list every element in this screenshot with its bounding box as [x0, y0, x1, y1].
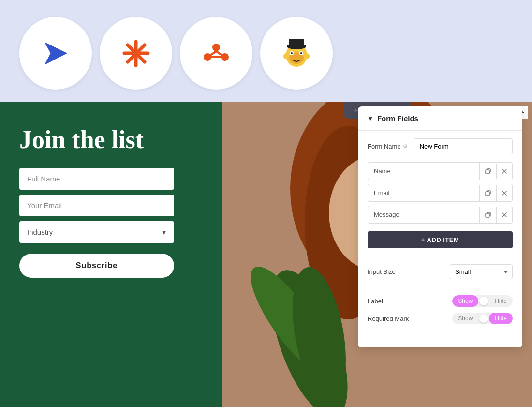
form-name-row: Form Name ⚙ — [368, 138, 513, 154]
field-actions-email — [479, 185, 512, 201]
top-section — [0, 0, 532, 102]
close-field-icon — [502, 168, 507, 174]
svg-rect-37 — [486, 213, 489, 217]
svg-point-20 — [283, 53, 288, 59]
svg-rect-34 — [486, 192, 489, 196]
required-mark-label: Required Mark — [368, 315, 409, 322]
required-toggle-dot — [479, 314, 488, 323]
label-toggle-dot — [479, 297, 488, 305]
image-panel: + ⠿ × ✏ ▼ Form Fields — [222, 102, 532, 407]
svg-rect-31 — [486, 170, 489, 174]
join-heading: Join the list — [19, 126, 203, 153]
copy-icon-email — [485, 190, 491, 196]
bottom-section: Join the list Industry Technology Health… — [0, 102, 532, 407]
green-panel: Join the list Industry Technology Health… — [0, 102, 222, 407]
svg-point-21 — [305, 53, 310, 59]
field-label-name: Name — [368, 163, 479, 180]
duplicate-email-button[interactable] — [479, 185, 496, 201]
label-hide-option: Hide — [489, 295, 513, 307]
panel-divider-2 — [368, 287, 513, 287]
label-toggle[interactable]: Show Hide — [452, 295, 513, 307]
label-show-option: Show — [452, 295, 478, 307]
field-actions-message — [479, 207, 512, 223]
field-actions-name — [479, 163, 512, 180]
input-size-label: Input Size — [368, 268, 396, 275]
input-size-row: Input Size Small Medium Large — [368, 264, 513, 279]
svg-rect-19 — [289, 39, 304, 47]
field-row-name: Name — [368, 162, 513, 180]
close-email-icon — [502, 190, 507, 196]
svg-point-16 — [291, 52, 293, 54]
field-row-message: Message — [368, 206, 513, 224]
industry-select-wrapper: Industry Technology Healthcare Finance E… — [19, 221, 174, 243]
svg-point-5 — [133, 50, 139, 57]
label-setting-label: Label — [368, 298, 383, 305]
industry-select[interactable]: Industry Technology Healthcare Finance E… — [19, 221, 174, 243]
field-label-email: Email — [368, 184, 479, 201]
remove-name-button[interactable] — [496, 164, 512, 179]
label-toggle-row: Label Show Hide — [368, 295, 513, 307]
panel-header: ▼ Form Fields — [358, 106, 522, 131]
asterisk-logo — [100, 17, 172, 90]
svg-point-17 — [300, 52, 302, 54]
collapse-triangle-icon[interactable]: ▼ — [368, 115, 373, 122]
pointer-logo — [19, 17, 92, 90]
remove-email-button[interactable] — [496, 185, 512, 201]
full-name-input[interactable] — [19, 168, 174, 190]
panel-divider — [368, 256, 513, 256]
panel-title: Form Fields — [377, 114, 418, 122]
input-size-select[interactable]: Small Medium Large — [450, 264, 513, 279]
required-show-option: Show — [452, 313, 478, 324]
settings-icon: ⚙ — [403, 143, 408, 150]
form-fields-panel: ▼ Form Fields Form Name ⚙ Name — [358, 106, 522, 347]
field-row-email: Email — [368, 184, 513, 202]
copy-icon — [485, 168, 491, 175]
svg-point-6 — [212, 44, 220, 51]
email-input[interactable] — [19, 195, 174, 216]
hubspot-logo — [180, 17, 252, 90]
remove-message-button[interactable] — [496, 207, 512, 223]
add-item-button[interactable]: + ADD ITEM — [368, 231, 513, 248]
panel-body: Form Name ⚙ Name — [358, 131, 522, 338]
close-message-icon — [502, 212, 507, 218]
duplicate-name-button[interactable] — [479, 163, 496, 180]
required-mark-toggle[interactable]: Show Hide — [452, 313, 513, 324]
form-name-input[interactable] — [414, 138, 513, 154]
duplicate-message-button[interactable] — [479, 207, 496, 223]
required-mark-row: Required Mark Show Hide — [368, 313, 513, 324]
mailchimp-logo — [260, 17, 333, 90]
copy-icon-message — [485, 211, 491, 218]
svg-marker-0 — [45, 43, 67, 64]
form-name-label: Form Name ⚙ — [368, 143, 408, 150]
required-hide-option: Hide — [489, 313, 513, 324]
field-label-message: Message — [368, 206, 479, 223]
subscribe-button[interactable]: Subscribe — [19, 254, 174, 278]
